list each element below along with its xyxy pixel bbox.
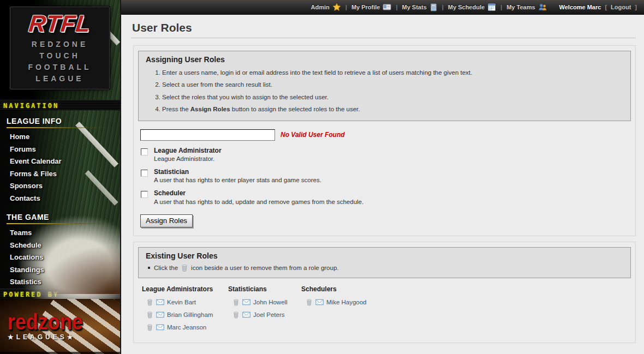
statistician-checkbox[interactable]: [141, 170, 148, 177]
email-icon[interactable]: [315, 299, 324, 305]
email-icon[interactable]: [242, 299, 251, 305]
sidebar-item-home[interactable]: Home: [7, 131, 120, 143]
logout-bracket: ]: [635, 4, 637, 10]
sidebar-logo-area: RTFL REDZONE TOUCH FOOTBALL LEAGUE: [0, 0, 120, 100]
group-title: League Administrators: [142, 285, 228, 293]
email-icon[interactable]: [156, 311, 164, 318]
sidebar-section-the-game: THE GAME: [7, 212, 120, 226]
search-error-message: No Valid User Found: [281, 131, 345, 139]
nav-admin[interactable]: Admin: [311, 3, 341, 11]
group-league-administrators: League Administrators Kevin Bart Brian G…: [142, 285, 228, 335]
assign-roles-button[interactable]: Assign Roles: [140, 214, 193, 227]
email-icon[interactable]: [156, 299, 164, 305]
navigation-header: NAVIGATION: [0, 100, 120, 110]
sidebar-item-contacts[interactable]: Contacts: [7, 193, 120, 205]
role-groups: League Administrators Kevin Bart Brian G…: [142, 285, 631, 335]
nav-separator: |: [396, 4, 397, 10]
page-content: User Roles Assigning User Roles Enter a …: [121, 15, 644, 354]
remove-user-bin-icon[interactable]: [146, 298, 153, 306]
sidebar-item-forums[interactable]: Forums: [7, 143, 120, 156]
section-underline: [7, 127, 115, 128]
main-area: Admin | My Profile | My Stats | My Sched…: [120, 0, 644, 354]
sidebar-item-standings[interactable]: Standings: [7, 264, 120, 277]
nav-my-schedule[interactable]: My Schedule: [448, 3, 496, 11]
top-navigation-bar: Admin | My Profile | My Stats | My Sched…: [121, 0, 644, 15]
assigning-step: Select a user from the search result lis…: [162, 81, 623, 88]
remove-user-bin-icon[interactable]: [232, 298, 240, 306]
role-option-scheduler: Scheduler A user that has rights to add,…: [141, 189, 631, 205]
group-schedulers: Schedulers Mike Haygood: [301, 285, 387, 335]
calculator-icon: [430, 3, 438, 11]
user-search-row: No Valid User Found: [140, 129, 631, 141]
existing-instructions-box: Existing User Roles Click the icon besid…: [138, 247, 631, 278]
sidebar-menu: LEAGUE INFO Home Forums Event Calendar F…: [0, 110, 120, 289]
group-statisticians: Statisticians John Howell Joel Peters: [228, 285, 301, 335]
assigning-step: Press the Assign Roles button to assign …: [162, 105, 623, 113]
scheduler-checkbox[interactable]: [141, 191, 148, 198]
remove-user-bin-icon[interactable]: [146, 311, 153, 319]
section-underline: [7, 223, 115, 224]
user-search-input[interactable]: [140, 129, 275, 141]
role-description: A user that has rights to enter player s…: [154, 177, 321, 183]
remove-user-bin-icon[interactable]: [306, 298, 313, 306]
user-row: Marc Jeanson: [146, 323, 228, 332]
bin-icon: [181, 264, 188, 272]
user-link[interactable]: Joel Peters: [253, 311, 285, 318]
role-description: A user that has rights to add, update an…: [154, 199, 363, 205]
league-administrator-checkbox[interactable]: [141, 148, 148, 155]
user-link[interactable]: Brian Gillingham: [167, 311, 213, 318]
email-icon[interactable]: [156, 324, 164, 331]
nav-my-teams[interactable]: My Teams: [506, 3, 546, 11]
nav-separator: |: [500, 4, 502, 10]
sidebar-item-forms-files[interactable]: Forms & Files: [7, 168, 120, 181]
user-link[interactable]: Mike Haygood: [326, 299, 367, 305]
user-link[interactable]: Kevin Bart: [167, 299, 196, 305]
user-link[interactable]: Marc Jeanson: [167, 324, 206, 331]
redzone-leagues-logo[interactable]: redzone ★LEAGUES★: [0, 299, 120, 354]
assigning-step: Enter a users name, login id or email ad…: [162, 69, 623, 76]
sidebar-item-schedule[interactable]: Schedule: [7, 239, 120, 252]
remove-user-bin-icon[interactable]: [146, 323, 153, 331]
bullet-marker: [148, 267, 150, 269]
vcard-icon: [383, 3, 391, 11]
title-divider: [131, 38, 636, 38]
sidebar-item-locations[interactable]: Locations: [7, 251, 120, 264]
user-row: Mike Haygood: [306, 298, 387, 307]
group-title: Schedulers: [301, 285, 387, 293]
rtfl-logo-acronym: RTFL: [28, 12, 92, 35]
remove-user-bin-icon[interactable]: [232, 311, 240, 319]
redzone-logo-text: redzone: [8, 312, 120, 333]
role-description: League Administrator.: [154, 155, 222, 162]
group-title: Statisticians: [228, 285, 301, 293]
nav-my-profile[interactable]: My Profile: [351, 3, 392, 11]
sidebar-item-teams[interactable]: Teams: [7, 227, 120, 239]
existing-user-roles-panel: Existing User Roles Click the icon besid…: [133, 242, 636, 343]
logout-bracket: [: [605, 4, 607, 10]
role-name: Statistician: [154, 168, 321, 176]
group-icon: [538, 3, 547, 11]
logout-link[interactable]: Logout: [611, 4, 631, 10]
assigning-step: Select the roles that you wish to assign…: [162, 93, 623, 101]
existing-heading: Existing User Roles: [146, 251, 623, 260]
email-icon[interactable]: [242, 311, 251, 318]
nav-my-stats[interactable]: My Stats: [402, 3, 438, 11]
rtfl-logo-line: TOUCH: [39, 50, 80, 62]
user-row: Brian Gillingham: [146, 310, 228, 319]
nav-separator: |: [442, 4, 444, 10]
powered-by-header: POWERED BY: [0, 289, 120, 299]
existing-note: Click the icon beside a user to remove t…: [146, 264, 623, 272]
sidebar-item-event-calendar[interactable]: Event Calendar: [7, 155, 120, 168]
welcome-message: Welcome Marc: [559, 4, 601, 10]
rtfl-logo[interactable]: RTFL REDZONE TOUCH FOOTBALL LEAGUE: [10, 7, 110, 89]
star-icon: [332, 3, 341, 11]
assigning-instructions-box: Assigning User Roles Enter a users name,…: [138, 51, 631, 121]
sidebar-item-statistics[interactable]: Statistics: [7, 276, 120, 289]
calendar-icon: [487, 3, 496, 11]
sidebar: RTFL REDZONE TOUCH FOOTBALL LEAGUE NAVIG…: [0, 0, 120, 354]
sidebar-item-sponsors[interactable]: Sponsors: [7, 180, 120, 193]
role-name: Scheduler: [154, 189, 363, 197]
user-row: Joel Peters: [232, 310, 301, 319]
rtfl-logo-line: FOOTBALL: [28, 62, 91, 73]
assigning-heading: Assigning User Roles: [146, 55, 623, 64]
user-link[interactable]: John Howell: [253, 299, 288, 305]
